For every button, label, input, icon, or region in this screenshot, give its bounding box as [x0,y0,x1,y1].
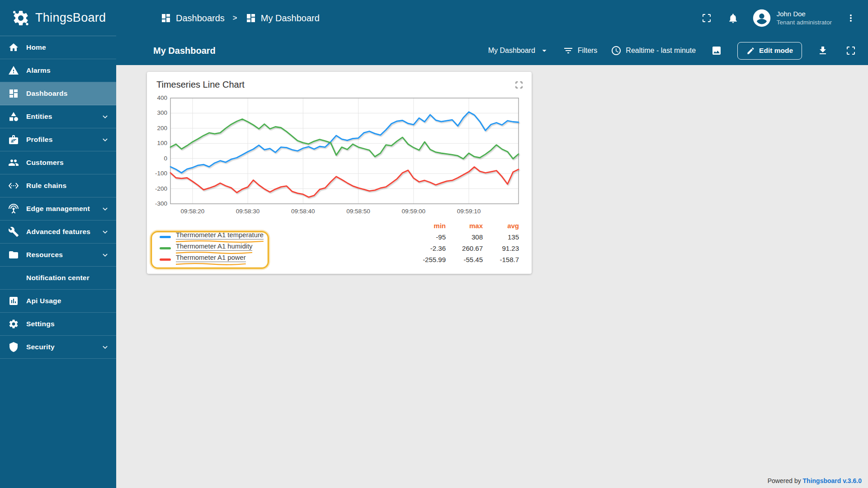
sidebar-item-label: Notification center [26,274,90,282]
footer: Powered by Thingsboard v.3.6.0 [768,477,862,484]
logo[interactable]: ThingsBoard [0,0,116,36]
legend-min-value: -2.36 [408,243,446,254]
dashboard-toolbar: My Dashboard My Dashboard Filters Realti… [116,36,868,65]
chevron-down-icon [100,250,110,260]
rule-chains-icon [8,180,19,191]
sidebar-item-edge-management[interactable]: Edge management [0,197,116,221]
legend-col-max: max [446,220,483,231]
dashboards-icon [245,13,256,23]
thingsboard-logo-icon [12,9,30,27]
legend-item[interactable]: Thermometer A1 temperature [151,231,408,243]
state-selector-label: My Dashboard [488,47,535,55]
timewindow-button[interactable]: Realtime - last minute [611,45,696,56]
timeseries-chart-svg: -300-200-100010020030040009:58:2009:58:3… [151,94,527,217]
legend-avg-value: 135 [483,231,519,243]
sidebar-item-security[interactable]: Security [0,336,116,359]
widget-title: Timeseries Line Chart [156,80,245,90]
fullscreen-icon [514,80,524,89]
powered-by-text: Powered by [768,477,801,484]
sidebar-item-label: Resources [26,251,63,259]
breadcrumb-item-dashboards[interactable]: Dashboards [160,13,225,23]
widget-header: Timeseries Line Chart [147,72,532,92]
legend-avg-value: 91.23 [483,243,519,254]
sidebar-item-label: Profiles [26,136,52,144]
sidebar-item-advanced-features[interactable]: Advanced features [0,221,116,244]
svg-text:300: 300 [157,109,167,116]
edit-mode-label: Edit mode [759,47,793,55]
customers-icon [8,157,19,168]
breadcrumb-label: Dashboards [176,13,225,23]
legend-max-value: -55.45 [446,254,483,265]
resources-icon [8,249,19,260]
widget-fullscreen-button[interactable] [514,80,524,92]
user-menu[interactable]: John Doe Tenant administrator [752,9,832,28]
legend-item[interactable]: Thermometer A1 humidity [151,243,408,254]
legend-label: Thermometer A1 temperature [176,231,264,239]
sidebar-nav: HomeAlarmsDashboardsEntitiesProfilesCust… [0,36,116,359]
svg-text:-300: -300 [155,200,167,207]
legend-max-value: 260.67 [446,243,483,254]
app-root: ThingsBoard HomeAlarmsDashboardsEntities… [0,0,868,488]
filters-label: Filters [578,47,598,55]
legend-col-min: min [408,220,446,231]
notifications-button[interactable] [726,11,741,26]
breadcrumb-label: My Dashboard [261,13,320,23]
api-usage-icon [8,296,19,306]
thingsboard-version-link[interactable]: Thingsboard v.3.6.0 [803,477,862,484]
home-icon [8,42,19,53]
background-image-button[interactable] [709,43,724,58]
sidebar-item-label: Home [26,43,46,52]
chevron-down-icon [100,135,110,145]
more-button[interactable] [844,11,858,25]
edit-pencil-icon [746,47,755,55]
warning-icon [8,65,19,76]
sidebar-item-settings[interactable]: Settings [0,313,116,336]
more-vert-icon [845,13,856,23]
legend-swatch [160,247,171,249]
sidebar-item-rule-chains[interactable]: Rule chains [0,174,116,197]
sidebar-item-alarms[interactable]: Alarms [0,59,116,82]
dropdown-arrow-icon [539,46,549,56]
fullscreen-button[interactable] [699,11,714,25]
svg-text:09:59:10: 09:59:10 [457,208,481,215]
app-title: ThingsBoard [35,11,106,25]
download-button[interactable] [816,43,830,58]
edge-management-icon [8,203,19,214]
profiles-icon [8,134,19,145]
sidebar-item-label: Dashboards [26,89,68,98]
notification-center-icon [8,272,19,283]
breadcrumb-item-my-dashboard[interactable]: My Dashboard [245,13,320,23]
highlight-underline [176,263,246,265]
sidebar-item-notification-center[interactable]: Notification center [0,267,116,290]
sidebar-item-home[interactable]: Home [0,36,116,59]
legend-item[interactable]: Thermometer A1 power [151,254,408,265]
svg-text:200: 200 [157,125,167,131]
filters-button[interactable]: Filters [563,45,598,56]
sidebar-item-label: Api Usage [26,297,61,305]
legend-max-value: 308 [446,231,483,243]
dashboards-icon [160,13,171,23]
dashboards-icon [8,88,19,99]
clock-icon [611,45,622,56]
avatar [752,9,771,28]
sidebar-item-customers[interactable]: Customers [0,151,116,174]
sidebar-item-resources[interactable]: Resources [0,244,116,267]
svg-text:100: 100 [157,140,167,146]
sidebar-item-profiles[interactable]: Profiles [0,128,116,151]
dashboard-state-selector[interactable]: My Dashboard [488,46,549,56]
filter-icon [563,45,574,56]
legend-min-value: -255.99 [408,254,446,265]
toolbar-actions: My Dashboard Filters Realtime - last min… [488,42,858,60]
timeseries-chart: -300-200-100010020030040009:58:2009:58:3… [151,94,532,219]
security-icon [8,342,19,352]
sidebar-item-entities[interactable]: Entities [0,105,116,128]
sidebar-item-label: Alarms [26,66,51,75]
svg-text:09:58:50: 09:58:50 [346,208,370,215]
edit-mode-button[interactable]: Edit mode [737,42,802,60]
sidebar-item-dashboards[interactable]: Dashboards [0,82,116,105]
svg-text:09:58:30: 09:58:30 [236,208,260,215]
toolbar-fullscreen-button[interactable] [844,43,858,58]
entities-icon [8,111,19,122]
timewindow-label: Realtime - last minute [626,47,696,55]
sidebar-item-api-usage[interactable]: Api Usage [0,290,116,313]
